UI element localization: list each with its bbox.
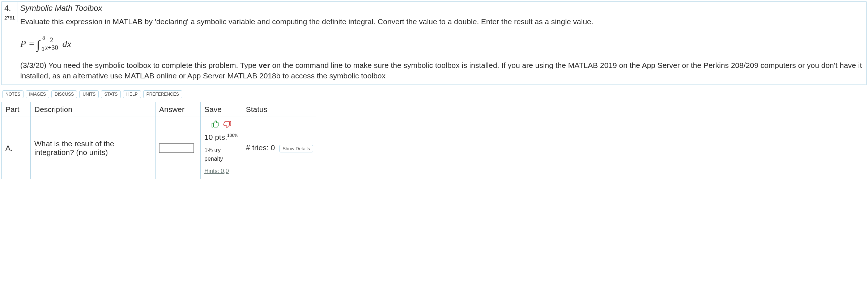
question-number-column: 4. 2761 (2, 2, 17, 22)
preferences-button[interactable]: PREFERENCES (143, 90, 182, 98)
equals-sign: = (27, 39, 34, 49)
part-label: A. (2, 117, 31, 179)
header-status: Status (242, 102, 317, 117)
table-row: A. What is the result of the integration… (2, 117, 317, 179)
feedback-thumbs (204, 120, 238, 129)
header-save: Save (201, 102, 242, 117)
question-number: 4. (4, 4, 15, 13)
save-cell: 10 pts.100% 1% try penalty Hints: 0,0 (201, 117, 242, 179)
try-penalty: 1% try penalty (204, 146, 238, 163)
help-button[interactable]: HELP (123, 90, 141, 98)
tries-count: # tries: 0 (246, 143, 275, 152)
tab-row: NOTES IMAGES DISCUSS UNITS STATS HELP PR… (1, 89, 867, 100)
header-answer: Answer (156, 102, 201, 117)
images-button[interactable]: IMAGES (26, 90, 49, 98)
hints-link[interactable]: Hints: 0,0 (204, 167, 229, 176)
points-line: 10 pts.100% (204, 131, 238, 143)
question-container: 4. 2761 Symbolic Math Toolbox Evaluate t… (1, 1, 867, 85)
dx: dx (62, 39, 71, 49)
units-button[interactable]: UNITS (79, 90, 99, 98)
answer-input[interactable] (159, 143, 194, 153)
answer-table: Part Description Answer Save Status A. W… (1, 102, 317, 179)
discuss-button[interactable]: DISCUSS (51, 90, 77, 98)
question-title: Symbolic Math Toolbox (20, 4, 863, 13)
answer-cell (156, 117, 201, 179)
equation-lhs: P (20, 39, 26, 49)
notes-button[interactable]: NOTES (2, 90, 24, 98)
header-description: Description (31, 102, 156, 117)
fraction-numerator: 2 (48, 37, 55, 44)
thumbs-down-icon[interactable] (222, 120, 232, 129)
question-prompt: Evaluate this expression in MATLAB by 'd… (20, 17, 863, 27)
equation: P = ∫ 8 0 2 x+30 dx (20, 37, 863, 51)
integral-lower: 0 (42, 46, 44, 52)
fraction: 2 x+30 (43, 37, 59, 51)
status-cell: # tries: 0 Show Details (242, 117, 317, 179)
integral-symbol: ∫ 8 0 (37, 37, 40, 51)
part-description: What is the result of the integration? (… (31, 117, 156, 179)
show-details-button[interactable]: Show Details (279, 145, 313, 152)
integral-upper: 8 (42, 35, 45, 41)
ver-command: ver (259, 61, 270, 69)
question-body: Symbolic Math Toolbox Evaluate this expr… (17, 2, 866, 85)
table-header-row: Part Description Answer Save Status (2, 102, 317, 117)
header-part: Part (2, 102, 31, 117)
question-note: (3/3/20) You need the symbolic toolbox t… (20, 60, 863, 81)
points-percent: 100% (227, 133, 238, 138)
stats-button[interactable]: STATS (101, 90, 121, 98)
thumbs-up-icon[interactable] (211, 120, 220, 129)
question-id: 2761 (4, 15, 15, 21)
fraction-denominator: x+30 (43, 44, 59, 51)
